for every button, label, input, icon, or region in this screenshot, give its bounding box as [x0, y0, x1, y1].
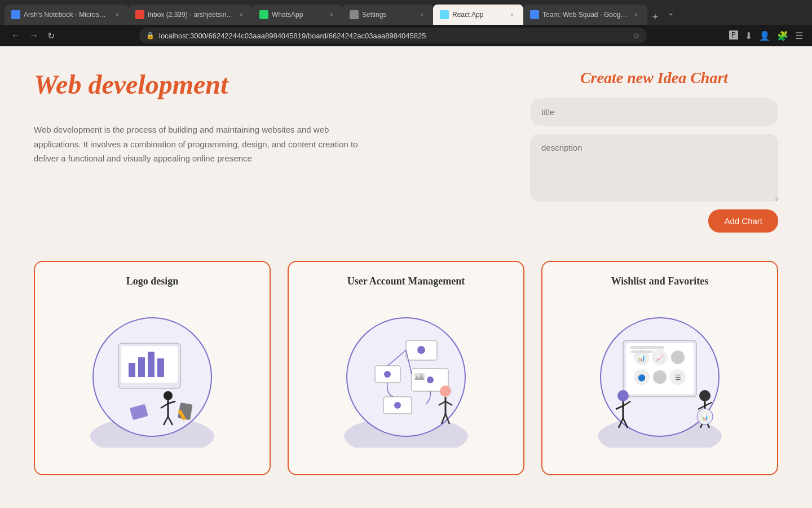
tab-favicon-tab-2 [135, 10, 144, 19]
user-account-svg [338, 312, 474, 448]
tab-close-tab-2[interactable]: × [237, 10, 246, 19]
card-user-account: User Account Management [288, 261, 524, 475]
svg-rect-49 [630, 346, 664, 349]
left-section: Web development Web development is the p… [34, 69, 508, 233]
url-text: localhost:3000/66242244c03aaa8984045819/… [159, 32, 628, 40]
svg-point-43 [671, 351, 685, 364]
card-logo-design: Logo design [34, 261, 271, 475]
svg-point-27 [427, 376, 434, 383]
logo-design-svg [85, 312, 220, 448]
pocket-icon[interactable]: 🅿 [729, 30, 738, 41]
tab-tab-6[interactable]: Team: Web Squad - Google Do...× [523, 5, 647, 25]
url-bar[interactable]: 🔒 localhost:3000/66242244c03aaa898404581… [139, 28, 647, 43]
tab-title-tab-5: React App [452, 11, 504, 19]
card-wishlist: Wishlist and Favorites 📊 📈 [541, 261, 778, 475]
nav-buttons: ← → ↻ [9, 28, 57, 43]
svg-point-57 [699, 390, 710, 401]
tab-favicon-tab-3 [259, 10, 268, 19]
top-section: Web development Web development is the p… [34, 69, 778, 233]
card-title-wishlist: Wishlist and Favorites [611, 275, 709, 287]
tab-close-tab-6[interactable]: × [632, 10, 641, 19]
svg-point-51 [617, 390, 629, 401]
svg-text:📊: 📊 [701, 414, 709, 421]
tab-close-tab-5[interactable]: × [508, 10, 517, 19]
tab-tab-3[interactable]: WhatsApp× [253, 5, 343, 25]
description-textarea[interactable] [530, 134, 778, 202]
tab-tab-1[interactable]: Arsh's Notebook - Microsoft O...× [5, 5, 129, 25]
tab-favicon-tab-4 [350, 10, 359, 19]
card-illustration-wishlist: 📊 📈 🔵 ☰ [556, 299, 764, 461]
form-heading: Create new Idea Chart [530, 69, 778, 87]
svg-rect-7 [157, 358, 164, 377]
forward-button[interactable]: → [27, 28, 41, 43]
svg-point-8 [164, 391, 173, 400]
card-title-user: User Account Management [347, 275, 465, 287]
tab-close-tab-3[interactable]: × [327, 10, 336, 19]
back-button[interactable]: ← [9, 28, 23, 43]
svg-text:☰: ☰ [675, 374, 681, 382]
download-icon[interactable]: ⬇ [745, 30, 752, 41]
browser-actions: 🅿 ⬇ 👤 🧩 ☰ [729, 30, 803, 41]
form-section: Create new Idea Chart Add Chart [530, 69, 778, 233]
tab-title-tab-2: Inbox (2,339) - arshjeetsingh... [148, 11, 233, 19]
add-chart-button[interactable]: Add Chart [708, 209, 778, 233]
tab-close-tab-1[interactable]: × [113, 10, 122, 19]
svg-text:🔵: 🔵 [638, 374, 646, 382]
card-illustration-logo [48, 299, 256, 461]
svg-rect-50 [630, 351, 653, 353]
tab-title-tab-6: Team: Web Squad - Google Do... [542, 11, 628, 19]
profile-icon[interactable]: 👤 [759, 30, 770, 41]
tab-title-tab-3: WhatsApp [272, 11, 324, 19]
tab-title-tab-1: Arsh's Notebook - Microsoft O... [24, 11, 109, 19]
address-bar: ← → ↻ 🔒 localhost:3000/66242244c03aaa898… [0, 25, 812, 46]
new-tab-button[interactable]: + [647, 9, 663, 25]
page-heading: Web development [34, 69, 508, 100]
cards-section: Logo design [34, 261, 778, 475]
menu-icon[interactable]: ☰ [795, 30, 803, 41]
svg-point-29 [440, 386, 451, 397]
svg-rect-5 [138, 357, 145, 377]
tab-bar: Arsh's Notebook - Microsoft O...×Inbox (… [5, 0, 807, 25]
wishlist-svg: 📊 📈 🔵 ☰ [592, 312, 727, 448]
page-description: Web development is the process of buildi… [34, 122, 361, 166]
tab-tab-2[interactable]: Inbox (2,339) - arshjeetsingh...× [129, 5, 253, 25]
svg-point-26 [384, 371, 391, 378]
svg-point-46 [653, 370, 667, 384]
lock-icon: 🔒 [146, 32, 155, 40]
svg-point-20 [417, 346, 425, 354]
svg-point-28 [394, 402, 401, 409]
tab-overflow-button[interactable]: ⌄ [663, 8, 679, 17]
card-illustration-user [302, 299, 510, 461]
browser-chrome: Arsh's Notebook - Microsoft O...×Inbox (… [0, 0, 812, 25]
tab-close-tab-4[interactable]: × [417, 10, 426, 19]
tab-tab-5[interactable]: React App× [433, 5, 523, 25]
bookmark-icon[interactable]: ☆ [633, 31, 640, 40]
title-input[interactable] [530, 98, 778, 126]
tab-favicon-tab-6 [530, 10, 539, 19]
svg-rect-4 [129, 363, 135, 377]
svg-text:📊: 📊 [638, 354, 646, 362]
svg-rect-6 [148, 352, 155, 377]
tab-title-tab-4: Settings [362, 11, 414, 19]
tab-tab-4[interactable]: Settings× [343, 5, 433, 25]
tab-favicon-tab-5 [440, 10, 449, 19]
svg-text:📈: 📈 [656, 354, 664, 362]
reload-button[interactable]: ↻ [45, 28, 57, 43]
page-content: Web development Web development is the p… [0, 46, 812, 508]
tab-favicon-tab-1 [11, 10, 20, 19]
extensions-icon[interactable]: 🧩 [777, 30, 788, 41]
card-title-logo: Logo design [126, 275, 179, 287]
